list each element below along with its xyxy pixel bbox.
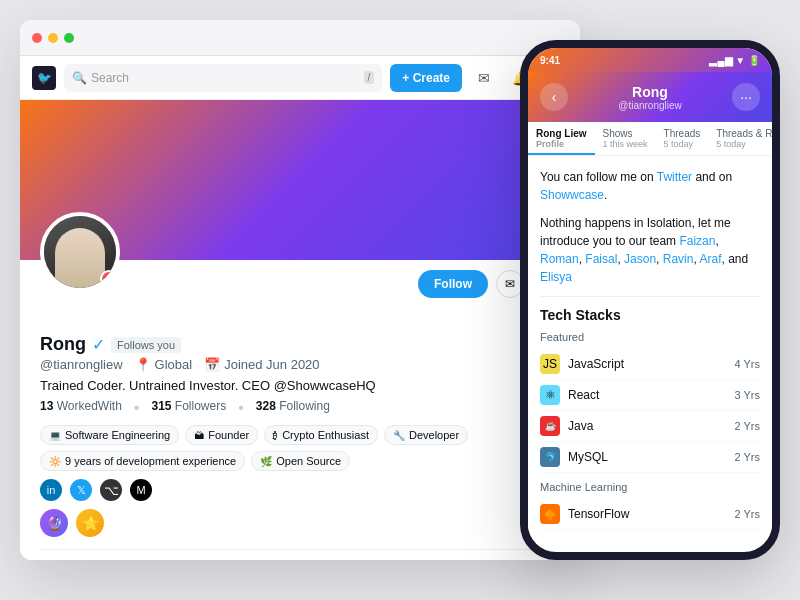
phone-tab-sublabel: 5 today bbox=[716, 139, 772, 149]
tag-icon: 🔧 bbox=[393, 430, 405, 441]
search-bar[interactable]: 🔍 Search / bbox=[64, 64, 382, 92]
stat-following: 328 Following bbox=[256, 399, 330, 417]
phone-tab-label: Threads & Repl bbox=[716, 128, 772, 139]
follow-button[interactable]: Follow bbox=[418, 270, 488, 298]
tag-label: Crypto Enthusiast bbox=[282, 429, 369, 441]
profile-tab-rong-liew[interactable]: Rong LiewProfile bbox=[40, 550, 125, 560]
tech-ml-label: Machine Learning bbox=[540, 481, 760, 493]
profile-handle-row: @tianrongliew 📍 Global 📅 Joined Jun 2020 bbox=[40, 357, 560, 372]
tab-label: Threads bbox=[211, 558, 255, 560]
tech-item-tensorflow: 🔶 TensorFlow 2 Yrs bbox=[540, 499, 760, 530]
achievement-badge-1: 🔮 bbox=[40, 509, 68, 537]
phone-status-bar: 9:41 ▂▄▆ ▼ 🔋 bbox=[528, 48, 772, 72]
phone-tab-threads[interactable]: Threads5 today bbox=[656, 122, 709, 155]
browser-titlebar bbox=[20, 20, 580, 56]
team-roman[interactable]: Roman bbox=[540, 252, 579, 266]
browser-window: 🐦 🔍 Search / + Create ✉ 🔔 bbox=[20, 20, 580, 560]
browser-dot-yellow[interactable] bbox=[48, 33, 58, 43]
tag-icon: 🌿 bbox=[260, 456, 272, 467]
tech-stacks-title: Tech Stacks bbox=[540, 307, 760, 323]
tag-label: Founder bbox=[208, 429, 249, 441]
team-araf[interactable]: Araf bbox=[699, 252, 721, 266]
github-icon[interactable]: ⌥ bbox=[100, 479, 122, 501]
phone-tab-sublabel: Profile bbox=[536, 139, 587, 149]
phone-tab-label: Threads bbox=[664, 128, 701, 139]
js-icon: JS bbox=[540, 354, 560, 374]
tag-badge: 💻Software Engineering bbox=[40, 425, 179, 445]
phone-tab-threads-&-repl[interactable]: Threads & Repl5 today bbox=[708, 122, 772, 155]
twitter-icon[interactable]: 𝕏 bbox=[70, 479, 92, 501]
profile-stats: 13 WorkedWith • 315 Followers • 328 Foll… bbox=[40, 399, 560, 417]
tag-label: Developer bbox=[409, 429, 459, 441]
profile-avatar-wrap: ❤ bbox=[40, 212, 120, 292]
tag-badge: 🔆9 years of development experience bbox=[40, 451, 245, 471]
tag-icon: ₿ bbox=[273, 430, 278, 441]
phone-more-button[interactable]: ··· bbox=[732, 83, 760, 111]
team-elisya[interactable]: Elisya bbox=[540, 270, 572, 284]
messages-icon[interactable]: ✉ bbox=[470, 64, 498, 92]
phone-signal: ▂▄▆ ▼ 🔋 bbox=[709, 55, 760, 66]
browser-dot-green[interactable] bbox=[64, 33, 74, 43]
phone-body: You can follow me on Twitter and on Show… bbox=[528, 156, 772, 530]
medium-icon[interactable]: M bbox=[130, 479, 152, 501]
team-faisal[interactable]: Faisal bbox=[585, 252, 617, 266]
location-icon: 📍 bbox=[135, 357, 151, 372]
tech-item-react: ⚛ React 3 Yrs bbox=[540, 380, 760, 411]
twitter-link[interactable]: Twitter bbox=[657, 170, 692, 184]
profile-name: Rong bbox=[40, 334, 86, 355]
create-button[interactable]: + Create bbox=[390, 64, 462, 92]
phone-tab-label: Rong Liew bbox=[536, 128, 587, 139]
tag-badge: ₿Crypto Enthusiast bbox=[264, 425, 378, 445]
java-icon: ☕ bbox=[540, 416, 560, 436]
phone-profile-handle: @tianrongliew bbox=[618, 100, 682, 111]
linkedin-icon[interactable]: in bbox=[40, 479, 62, 501]
mobile-phone: 9:41 ▂▄▆ ▼ 🔋 ‹ Rong @tianrongliew ··· Ro… bbox=[520, 40, 780, 560]
phone-back-button[interactable]: ‹ bbox=[540, 83, 568, 111]
phone-tab-shows[interactable]: Shows1 this week bbox=[595, 122, 656, 155]
team-jason[interactable]: Jason bbox=[624, 252, 656, 266]
profile-tab-threads-&-replies[interactable]: Threads & Replies5 today bbox=[267, 550, 390, 560]
phone-tab-sublabel: 1 this week bbox=[603, 139, 648, 149]
tech-stacks-section: Tech Stacks Featured JS JavaScript 4 Yrs bbox=[540, 307, 760, 530]
verified-badge: ✓ bbox=[92, 335, 105, 354]
profile-tab-threads[interactable]: Threads5 today bbox=[199, 550, 267, 560]
follows-you-badge: Follows you bbox=[111, 337, 181, 353]
browser-navbar: 🐦 🔍 Search / + Create ✉ 🔔 bbox=[20, 56, 580, 100]
profile-tab-shows[interactable]: Shows1 this week bbox=[125, 550, 199, 560]
tech-featured-label: Featured bbox=[540, 331, 760, 343]
phone-tab-rong-liew[interactable]: Rong LiewProfile bbox=[528, 122, 595, 155]
profile-content: ❤ Follow ✉ ··· Rong ✓ Follows you @tianr… bbox=[20, 260, 580, 560]
achievements: 🔮 ⭐ bbox=[40, 509, 560, 537]
achievement-badge-2: ⭐ bbox=[76, 509, 104, 537]
tag-badge: 🌿Open Source bbox=[251, 451, 350, 471]
search-shortcut: / bbox=[364, 71, 375, 84]
profile-location: 📍 Global bbox=[135, 357, 193, 372]
team-faizan[interactable]: Faizan bbox=[679, 234, 715, 248]
tech-item-mysql: 🐬 MySQL 2 Yrs bbox=[540, 442, 760, 473]
tag-icon: 🏔 bbox=[194, 430, 204, 441]
tab-label: Shows bbox=[137, 558, 173, 560]
tab-label: Rong Liew bbox=[52, 558, 113, 560]
search-icon: 🔍 bbox=[72, 71, 87, 85]
tech-featured-items: JS JavaScript 4 Yrs ⚛ React 3 Yrs bbox=[540, 349, 760, 473]
phone-header: ‹ Rong @tianrongliew ··· bbox=[528, 72, 772, 122]
profile-info: Rong ✓ Follows you @tianrongliew 📍 Globa… bbox=[40, 298, 560, 537]
app-logo: 🐦 bbox=[32, 66, 56, 90]
stat-workedwith: 13 WorkedWith bbox=[40, 399, 122, 417]
phone-header-center: Rong @tianrongliew bbox=[618, 84, 682, 111]
tag-icon: 🔆 bbox=[49, 456, 61, 467]
browser-dot-red[interactable] bbox=[32, 33, 42, 43]
tag-label: 9 years of development experience bbox=[65, 455, 236, 467]
team-ravin[interactable]: Ravin bbox=[663, 252, 694, 266]
react-icon: ⚛ bbox=[540, 385, 560, 405]
profile-tabs: Rong LiewProfileShows1 this weekThreads5… bbox=[40, 549, 560, 560]
stat-followers: 315 Followers bbox=[151, 399, 226, 417]
showwcase-link[interactable]: Showwcase bbox=[540, 188, 604, 202]
profile-avatar: ❤ bbox=[40, 212, 120, 292]
profile-tab-media[interactable]: Media2 this week bbox=[389, 550, 463, 560]
tensorflow-icon: 🔶 bbox=[540, 504, 560, 524]
mysql-icon: 🐬 bbox=[540, 447, 560, 467]
phone-time: 9:41 bbox=[540, 55, 560, 66]
phone-tab-label: Shows bbox=[603, 128, 633, 139]
search-placeholder: Search bbox=[91, 71, 129, 85]
